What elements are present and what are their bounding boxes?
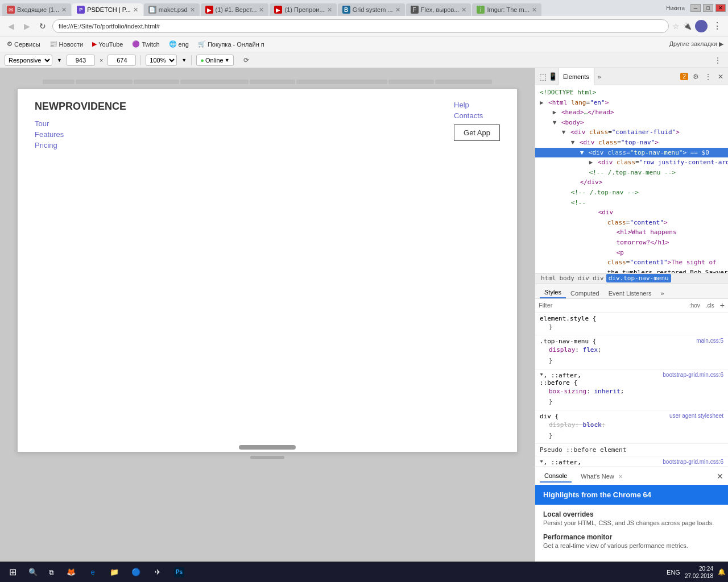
start-button[interactable]: ⊞ (2, 564, 23, 581)
styles-tab-computed[interactable]: Computed (566, 288, 604, 298)
filter-input[interactable] (539, 300, 685, 310)
tab-maket[interactable]: 📄 maket.psd ✕ (144, 3, 200, 16)
bookmark-youtube[interactable]: ▶ YouTube (90, 39, 125, 49)
tree-body[interactable]: ▼ <body> (535, 118, 728, 128)
width-input[interactable] (67, 55, 95, 66)
zoom-select[interactable]: 100% (146, 55, 177, 66)
back-button[interactable]: ◀ (5, 20, 17, 32)
bookmark-eng[interactable]: 🌐 eng (167, 39, 191, 49)
tab-close-flex[interactable]: ✕ (461, 6, 466, 14)
nav-link-help[interactable]: Help (454, 101, 483, 109)
bookmark-shopping[interactable]: 🛒 Покупка - Онлайн п (196, 39, 267, 49)
minimize-button[interactable]: ─ (690, 4, 701, 12)
tab-yt1[interactable]: ▶ (1) #1. Верст... ✕ (201, 3, 269, 16)
tree-text1[interactable]: the tumblers restored Bob Sawyer (535, 268, 728, 273)
tab-imgur[interactable]: i Imgur: The m... ✕ (472, 3, 541, 16)
styles-tab-styles[interactable]: Styles (540, 287, 566, 298)
rotate-button[interactable]: ⟳ (241, 55, 252, 66)
device-mode-button[interactable]: 📱 (548, 72, 558, 82)
devtools-more-tabs[interactable]: » (594, 73, 605, 80)
tab-close-imgur[interactable]: ✕ (532, 6, 537, 14)
horizontal-scrollbar[interactable] (250, 456, 284, 459)
other-bookmarks-link[interactable]: Другие закладки ▶ (669, 40, 723, 48)
tree-html[interactable]: ▶ <html lang="en"> (535, 98, 728, 108)
devtools-dots-button[interactable]: ⋮ (703, 72, 713, 82)
breadcrumb-topnav-menu[interactable]: div.top-nav-menu (606, 274, 671, 282)
responsive-select[interactable]: Responsive (5, 55, 52, 66)
profile-avatar[interactable] (695, 20, 708, 32)
tree-comment-open[interactable]: <!-- (535, 198, 728, 208)
bookmark-services[interactable]: ⚙ Сервисы (5, 39, 43, 49)
taskbar-app-chrome[interactable]: 🔵 (126, 564, 146, 580)
close-button[interactable]: ✕ (715, 4, 726, 12)
tab-close-gmail[interactable]: ✕ (61, 6, 67, 14)
taskbar-app-edge[interactable]: e (83, 564, 102, 580)
whats-new-close[interactable]: ✕ (618, 473, 623, 480)
get-app-button[interactable]: Get App (454, 124, 500, 141)
nav-link-contacts[interactable]: Contacts (454, 111, 483, 120)
devtools-close-button[interactable]: ✕ (715, 72, 726, 82)
topnav-rule-source[interactable]: main.css:5 (696, 338, 723, 345)
tree-close-div1[interactable]: </div> (535, 177, 728, 188)
bookmark-star-icon[interactable]: ☆ (672, 22, 680, 31)
tab-yt2[interactable]: ▶ (1) Препрои... ✕ (270, 3, 336, 16)
devtools-settings-button[interactable]: ⚙ (690, 72, 701, 82)
breadcrumb-div2[interactable]: div (592, 275, 605, 282)
nav-link-features[interactable]: Features (35, 130, 126, 139)
taskbar-app-firefox[interactable]: 🦊 (61, 564, 81, 580)
styles-tab-more[interactable]: » (656, 288, 669, 298)
reload-button[interactable]: ↻ (36, 20, 49, 32)
nav-link-pricing[interactable]: Pricing (35, 141, 126, 149)
console-tab[interactable]: Console (540, 470, 572, 483)
menu-button[interactable]: ⋮ (711, 20, 723, 32)
tab-gmail[interactable]: ✉ Входящие (1... ✕ (2, 3, 71, 16)
taskbar-app-ps[interactable]: Ps (169, 564, 189, 580)
hov-button[interactable]: :hov (687, 301, 702, 310)
tab-flex[interactable]: F Flex, выров... ✕ (406, 3, 471, 16)
whats-new-tab[interactable]: What's New ✕ (576, 471, 627, 482)
height-input[interactable] (107, 55, 136, 66)
elements-tab[interactable]: Elements (558, 68, 594, 85)
element-picker-button[interactable]: ⬚ (537, 72, 548, 82)
tree-p-class[interactable]: class="content1">The sight of (535, 257, 728, 268)
tab-close-grid[interactable]: ✕ (395, 6, 400, 14)
close-bottom-panel-button[interactable]: ✕ (717, 472, 723, 481)
tree-comment-menu[interactable]: <!-- /.top-nav-menu --> (535, 168, 728, 178)
bootstrap1-source[interactable]: bootstrap-grid.min.css:6 (663, 372, 723, 386)
taskbar-app-telegram[interactable]: ✈ (148, 564, 167, 580)
tree-h1-open[interactable]: <h1>What happens (535, 227, 728, 238)
bookmark-twitch[interactable]: 🟣 Twitch (130, 39, 162, 49)
online-dropdown[interactable]: ● Online ▼ (196, 55, 233, 66)
notification-area[interactable]: 🔔 (718, 568, 726, 576)
breadcrumb-body[interactable]: body (559, 275, 576, 282)
search-button[interactable]: 🔍 (25, 564, 41, 580)
tree-content-class[interactable]: class="content"> (535, 218, 728, 228)
tab-close-yt2[interactable]: ✕ (327, 6, 332, 14)
address-input[interactable] (52, 19, 669, 33)
tab-psdetch[interactable]: P PSDETCH | P... ✕ (72, 3, 143, 16)
tab-close-psdetch[interactable]: ✕ (133, 6, 138, 14)
tree-topnav[interactable]: ▼ <div class="top-nav"> (535, 138, 728, 148)
bootstrap2-source[interactable]: bootstrap-grid.min.css:6 (663, 459, 723, 467)
tab-close-maket[interactable]: ✕ (190, 6, 195, 14)
tree-doctype[interactable]: <!DOCTYPE html> (535, 88, 728, 98)
task-view-button[interactable]: ⧉ (43, 564, 59, 580)
more-toolbar-button[interactable]: ⋮ (712, 55, 723, 66)
add-style-button[interactable]: + (720, 301, 725, 310)
forward-button[interactable]: ▶ (20, 20, 33, 32)
breadcrumb-html[interactable]: html (540, 275, 557, 282)
tree-h1-close[interactable]: tomorrow?</h1> (535, 238, 728, 248)
tree-comment-nav[interactable]: <!-- /.top-nav --> (535, 188, 728, 198)
tree-p-tag[interactable]: <p (535, 248, 728, 258)
minimize-label[interactable]: Никита (663, 5, 688, 11)
cls-button[interactable]: .cls (704, 301, 717, 310)
extension-icon[interactable]: 🔌 (683, 22, 692, 30)
nav-link-tour[interactable]: Tour (35, 119, 126, 128)
styles-tab-events[interactable]: Event Listeners (604, 288, 656, 298)
tree-content-div[interactable]: <div (535, 207, 728, 218)
maximize-button[interactable]: □ (703, 4, 713, 12)
tab-close-yt1[interactable]: ✕ (259, 6, 264, 14)
tree-topnav-menu[interactable]: ▼ <div class="top-nav-menu"> == $0 (535, 148, 728, 158)
tree-container[interactable]: ▼ <div class="container-fluid"> (535, 127, 728, 138)
taskbar-app-files[interactable]: 📁 (105, 564, 124, 580)
